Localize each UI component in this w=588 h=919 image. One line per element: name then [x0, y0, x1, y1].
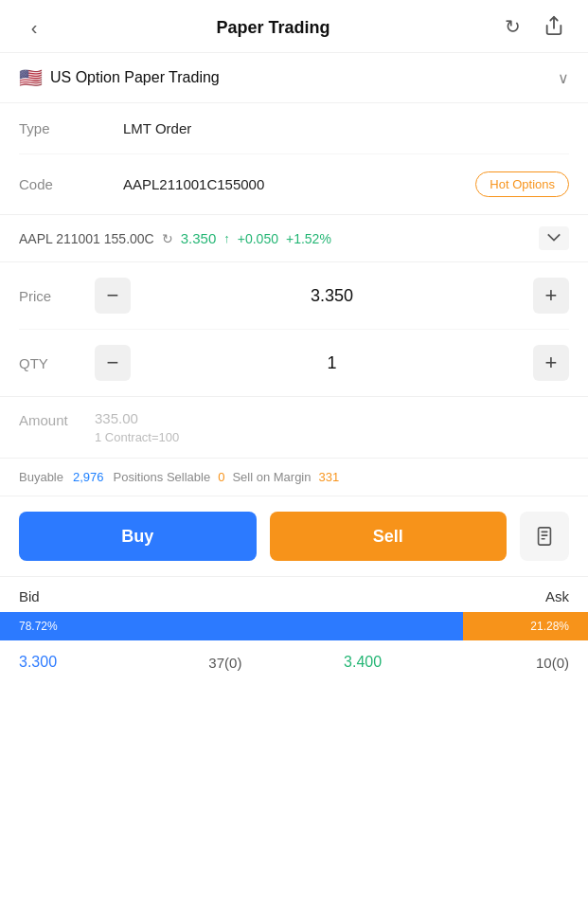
ticker-row: AAPL 211001 155.00C ↻ 3.350 ↑ +0.050 +1.…	[0, 215, 588, 262]
price-label: Price	[19, 288, 95, 304]
header: ‹ Paper Trading ↻	[0, 0, 588, 53]
amount-main: 335.00	[95, 410, 569, 426]
orders-icon-button[interactable]	[520, 512, 569, 561]
flag-icon: 🇺🇸	[19, 66, 43, 89]
price-qty-section: Price − 3.350 + QTY − 1 +	[0, 262, 588, 397]
refresh-icon[interactable]: ↻	[497, 15, 527, 41]
code-row: Code AAPL211001C155000 Hot Options	[19, 154, 569, 214]
account-name: US Option Paper Trading	[50, 69, 220, 86]
buyable-row: Buyable 2,976 Positions Sellable 0 Sell …	[0, 459, 588, 496]
type-value[interactable]: LMT Order	[123, 120, 569, 136]
bid-ask-row: 3.300 37(0) 3.400 10(0)	[0, 640, 588, 684]
ticker-expand-button[interactable]	[539, 226, 569, 250]
qty-row: QTY − 1 +	[19, 330, 569, 396]
price-decrease-button[interactable]: −	[95, 278, 131, 314]
type-row: Type LMT Order	[19, 103, 569, 154]
ask-price: 3.400	[294, 654, 432, 671]
share-icon[interactable]	[539, 15, 569, 41]
ticker-up-arrow: ↑	[223, 231, 230, 245]
hot-options-button[interactable]: Hot Options	[475, 171, 569, 197]
action-row: Buy Sell	[0, 496, 588, 577]
qty-label: QTY	[19, 355, 95, 371]
positions-value: 0	[218, 470, 224, 484]
margin-value: 331	[319, 470, 340, 484]
account-row[interactable]: 🇺🇸 US Option Paper Trading ∨	[0, 53, 588, 103]
margin-label: Sell on Margin	[232, 470, 311, 484]
type-label: Type	[19, 120, 123, 136]
chevron-down-icon[interactable]: ∨	[558, 69, 569, 87]
page-title: Paper Trading	[49, 18, 497, 38]
qty-increase-button[interactable]: +	[533, 345, 569, 381]
buy-button[interactable]: Buy	[19, 512, 257, 561]
account-label: 🇺🇸 US Option Paper Trading	[19, 66, 220, 89]
price-row: Price − 3.350 +	[19, 262, 569, 330]
price-stepper: − 3.350 +	[95, 278, 569, 314]
ticker-refresh-icon[interactable]: ↻	[162, 231, 173, 246]
positions-label: Positions Sellable	[114, 470, 211, 484]
ask-bar: 21.28%	[463, 612, 588, 640]
ticker-name: AAPL 211001 155.00C	[19, 231, 154, 246]
ticker-price: 3.350	[181, 230, 217, 246]
bid-price: 3.300	[19, 654, 156, 671]
bid-bar: 78.72%	[0, 612, 463, 640]
buyable-label: Buyable	[19, 470, 63, 484]
bid-header-label: Bid	[19, 588, 294, 604]
ask-qty: 10(0)	[432, 655, 569, 671]
price-increase-button[interactable]: +	[533, 278, 569, 314]
bid-pct-label: 78.72%	[19, 620, 58, 633]
price-value: 3.350	[131, 286, 533, 306]
amount-label: Amount	[19, 410, 95, 428]
ask-pct-label: 21.28%	[530, 620, 569, 633]
header-actions: ↻	[497, 15, 569, 41]
bid-ask-bar: 78.72% 21.28%	[0, 612, 588, 640]
buyable-value: 2,976	[73, 470, 104, 484]
qty-value: 1	[131, 353, 533, 373]
amount-values: 335.00 1 Contract=100	[95, 410, 569, 444]
ticker-change: +0.050	[238, 231, 278, 246]
code-value: AAPL211001C155000	[123, 176, 475, 192]
back-button[interactable]: ‹	[19, 17, 49, 39]
ticker-pct: +1.52%	[286, 231, 331, 246]
amount-sub: 1 Contract=100	[95, 430, 569, 444]
ask-header-label: Ask	[294, 588, 570, 604]
sell-button[interactable]: Sell	[270, 512, 508, 561]
amount-section: Amount 335.00 1 Contract=100	[0, 397, 588, 459]
qty-stepper: − 1 +	[95, 345, 569, 381]
bid-ask-header: Bid Ask	[0, 577, 588, 612]
qty-decrease-button[interactable]: −	[95, 345, 131, 381]
form-section: Type LMT Order Code AAPL211001C155000 Ho…	[0, 103, 588, 215]
svg-rect-1	[539, 528, 551, 545]
bid-qty: 37(0)	[156, 655, 294, 671]
code-label: Code	[19, 176, 123, 192]
